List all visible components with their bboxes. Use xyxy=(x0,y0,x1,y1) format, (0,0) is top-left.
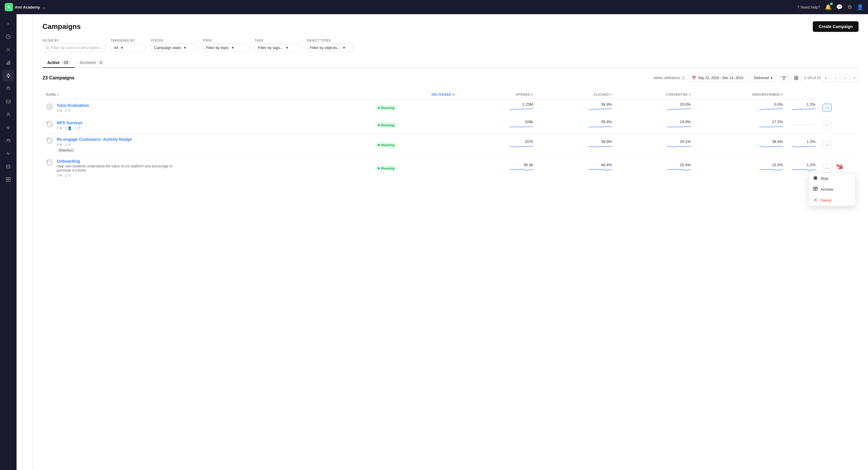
context-archive[interactable]: Archive xyxy=(809,184,855,195)
converted-value: 38.4% xyxy=(698,139,783,144)
col-name[interactable]: NAME ▾ xyxy=(42,90,372,99)
filter-by-input[interactable]: Filter by name or description... xyxy=(42,43,106,52)
sidebar-item-dashboard[interactable] xyxy=(2,31,14,42)
metric-value: Delivered xyxy=(754,76,769,80)
sidebar-item-broadcasts[interactable] xyxy=(2,83,14,94)
question-icon: ? xyxy=(797,5,799,9)
table-row: Onboarding Help new students understand … xyxy=(42,156,859,181)
tab-archived[interactable]: Archived 0 xyxy=(75,58,108,68)
svg-rect-3 xyxy=(6,63,7,64)
converted-value: 0.0% xyxy=(698,102,783,106)
metric-select[interactable]: Delivered ▾ xyxy=(750,74,776,82)
meta-email-icon: 5 ✉ xyxy=(57,143,62,147)
svg-point-6 xyxy=(8,77,9,77)
sidebar-item-inbox[interactable] xyxy=(2,96,14,107)
grid-icon xyxy=(794,76,798,80)
need-help-button[interactable]: ? Need help? xyxy=(797,5,820,9)
actions-cell: ··· xyxy=(819,134,859,156)
campaign-meta: 2 ✉2 ⏱ xyxy=(57,109,89,113)
svg-rect-21 xyxy=(795,78,796,80)
tags-select[interactable]: Filter by tags... ▾ xyxy=(255,43,302,52)
row-actions-btn[interactable]: ··· xyxy=(823,104,832,112)
grid-view-btn[interactable] xyxy=(792,74,801,82)
col-opened[interactable]: OPENED ▾ xyxy=(458,90,537,99)
triggered-by-value: All xyxy=(114,45,118,50)
next-page-btn[interactable]: › xyxy=(841,74,849,82)
create-campaign-button[interactable]: Create Campaign xyxy=(813,21,859,32)
tab-active[interactable]: Active 23 xyxy=(42,58,75,68)
campaign-type-icon xyxy=(46,103,53,110)
filter-icon-btn[interactable] xyxy=(779,74,788,82)
meta-email-icon: 3 ✉ xyxy=(57,174,62,178)
chevron-down-icon: ▾ xyxy=(771,76,772,80)
col-clicked[interactable]: CLICKED ▾ xyxy=(537,90,616,99)
col-converted[interactable]: CONVERTED ▾ xyxy=(616,90,694,99)
row-actions-btn[interactable]: ··· xyxy=(823,164,832,173)
svg-rect-30 xyxy=(814,177,816,179)
sidebar-item-cross[interactable] xyxy=(2,44,14,56)
chat-icon[interactable]: 💬 xyxy=(836,4,843,10)
app-logo[interactable]: Ami Academy ⌄ xyxy=(5,3,46,11)
meta-timer-icon: 2 ⏱ xyxy=(65,174,71,178)
prev-page-btn[interactable]: ‹ xyxy=(831,74,840,82)
opened-value: 39.8% xyxy=(540,120,612,124)
status-dot xyxy=(378,107,380,108)
tag-badge: Retention xyxy=(57,148,75,153)
metric-definitions-btn[interactable]: Metric definitions ⓘ xyxy=(654,75,685,81)
delivered-value: 107k xyxy=(461,139,533,144)
table-row: Tutor Evaluation 2 ✉2 ⏱ Running 1.23M 39… xyxy=(42,99,859,117)
sidebar-item-pulse[interactable] xyxy=(2,148,14,159)
notifications-icon[interactable]: 🔔 xyxy=(825,4,831,10)
status-cell: Running xyxy=(372,156,458,181)
sidebar-expand-btn[interactable]: » xyxy=(2,18,14,30)
name-cell: NPS Surveys 2 ✉2 👤2 ⏱ xyxy=(42,117,372,134)
delivered-value: 1.23M xyxy=(461,102,533,106)
chevron-down-icon: ▾ xyxy=(184,45,186,50)
campaign-name-link[interactable]: Onboarding xyxy=(57,159,80,163)
filter-by-group: FILTER BY Filter by name or description.… xyxy=(42,39,106,52)
context-delete[interactable]: Delete xyxy=(809,195,855,206)
svg-point-11 xyxy=(9,139,10,140)
unsubscribed-value: 1.2% xyxy=(790,139,815,144)
status-dot xyxy=(378,144,380,146)
triggered-by-select[interactable]: All ▾ xyxy=(111,43,146,52)
delivered-value: 95.0k xyxy=(461,163,533,167)
context-stop[interactable]: Stop xyxy=(809,173,855,184)
converted-cell: 15.5% xyxy=(694,156,786,181)
first-page-btn[interactable]: « xyxy=(822,74,830,82)
filter-icon xyxy=(782,76,786,80)
topic-select[interactable]: Filter by topic ▾ xyxy=(203,43,250,52)
status-group: STATUS Campaign state ▾ xyxy=(151,39,198,52)
campaign-name-link[interactable]: Tutor Evaluation xyxy=(57,103,89,108)
row-actions-btn[interactable]: ··· xyxy=(823,141,832,149)
sidebar-item-contacts[interactable] xyxy=(2,108,14,121)
sidebar-item-database[interactable] xyxy=(2,161,14,173)
main-content: Campaigns Create Campaign FILTER BY Filt… xyxy=(33,14,868,470)
campaign-name-link[interactable]: Re-engage Customers: Activity Nudge xyxy=(57,137,132,142)
col-delivered[interactable]: DELIVERED ▾ xyxy=(372,90,458,99)
user-icon[interactable]: 👤 xyxy=(857,4,863,10)
sidebar-item-analytics[interactable] xyxy=(2,57,14,68)
settings-icon[interactable]: ⚙ xyxy=(847,4,852,10)
sidebar-item-teammates[interactable] xyxy=(2,135,14,147)
unsubscribed-cell: 1.2% xyxy=(786,134,819,156)
object-types-select[interactable]: Filter by objects... ▾ xyxy=(307,43,354,52)
campaign-name-link[interactable]: NPS Surveys xyxy=(57,121,82,125)
svg-point-12 xyxy=(6,165,10,166)
sidebar-item-campaigns[interactable] xyxy=(2,70,14,82)
tab-archived-count: 0 xyxy=(98,60,104,65)
sidebar-item-integrations[interactable] xyxy=(2,122,14,133)
x-delete-icon xyxy=(813,198,817,203)
date-range-picker[interactable]: 📅 Sep 22, 2024 - Dec 14, 2024 xyxy=(688,74,747,82)
last-page-btn[interactable]: » xyxy=(850,74,859,82)
row-actions-btn[interactable]: ··· xyxy=(823,121,832,129)
clicked-value: 20.4% xyxy=(619,163,691,167)
status-select[interactable]: Campaign state ▾ xyxy=(151,43,198,52)
sidebar-item-grid[interactable] xyxy=(2,174,14,185)
col-unsubscribed[interactable]: UNSUBSCRIBED ▾ xyxy=(694,90,786,99)
svg-rect-15 xyxy=(6,180,8,182)
delivered-cell: 107k xyxy=(458,134,537,156)
sidebar-light xyxy=(17,14,33,470)
clicked-cell: 20.0% xyxy=(616,99,694,117)
campaign-meta: 5 ✉1 ⏱ xyxy=(57,143,132,147)
